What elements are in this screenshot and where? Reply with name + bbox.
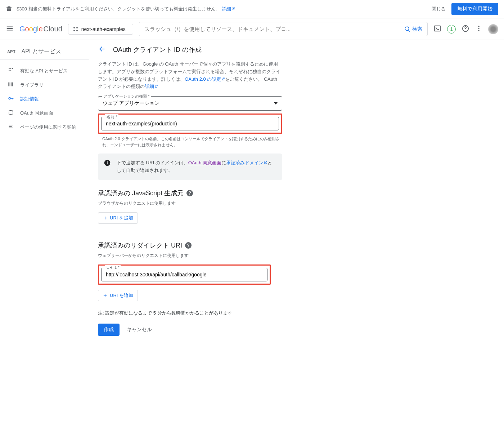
redirect-uris-title: 承認済みのリダイレクト URI ? <box>98 241 282 250</box>
svg-point-0 <box>73 27 75 28</box>
search-input[interactable] <box>139 22 399 36</box>
chevron-down-icon <box>274 102 278 104</box>
project-name: next-auth-examples <box>81 26 126 32</box>
svg-point-9 <box>9 68 10 69</box>
svg-point-1 <box>76 27 78 28</box>
trial-detail-link[interactable]: 詳細 <box>222 6 235 12</box>
search-box: 検索 <box>139 22 428 36</box>
svg-point-18 <box>9 97 10 99</box>
sidebar-item-enabled-apis[interactable]: 有効な API とサービス <box>0 64 89 78</box>
svg-point-8 <box>478 30 479 31</box>
svg-point-3 <box>76 30 78 31</box>
uri1-field: URI 1 * <box>101 268 267 281</box>
uri1-highlight: URI 1 * <box>98 264 271 285</box>
cloud-shell-icon[interactable] <box>433 25 441 34</box>
add-redirect-uri-button[interactable]: URI を追加 <box>98 290 138 301</box>
consent-screen-link[interactable]: OAuth 同意画面 <box>188 160 221 165</box>
js-origins-section: 承認済みの JavaScript 生成元 ? ブラウザからのリクエストに使用しま… <box>98 189 282 224</box>
sidebar: API API とサービス 有効な API とサービス ライブラリ 認証情報 O… <box>0 40 89 350</box>
more-icon[interactable] <box>475 25 482 33</box>
svg-rect-17 <box>12 83 13 86</box>
name-input[interactable] <box>106 121 274 126</box>
name-field: 名前 * <box>101 117 279 130</box>
dashboard-icon <box>7 67 14 74</box>
notifications-badge[interactable]: 1 <box>447 25 456 34</box>
svg-point-11 <box>12 68 13 69</box>
redirect-uris-desc: ウェブサーバーからのリクエストに使用します <box>98 253 282 259</box>
header-icons: 1 <box>433 24 498 34</box>
avatar[interactable] <box>488 24 498 34</box>
svg-point-7 <box>478 28 479 29</box>
svg-rect-16 <box>11 83 12 86</box>
form-actions: 作成 キャンセル <box>98 324 282 336</box>
info-banner: 下で追加する URI のドメインは、OAuth 同意画面に承認済みドメインとして… <box>98 154 282 180</box>
app-type-select[interactable]: アプリケーションの種類 * ウェブ アプリケーション <box>98 96 282 111</box>
trial-banner: $300 相当の無料トライアルをご利用ください。クレジットを使い切っても料金は発… <box>0 0 504 18</box>
svg-rect-19 <box>9 111 13 115</box>
svg-point-22 <box>107 161 108 162</box>
banner-close[interactable]: 閉じる <box>432 6 446 12</box>
help-circle-icon[interactable]: ? <box>185 242 192 249</box>
svg-rect-21 <box>107 163 108 165</box>
content: クライアント ID は、Google の OAuth サーバーで個々のアプリを識… <box>89 59 291 350</box>
help-circle-icon[interactable]: ? <box>186 190 193 196</box>
svg-point-12 <box>9 70 10 71</box>
client-types-link[interactable]: 詳細 <box>145 84 158 89</box>
js-origins-desc: ブラウザからのリクエストに使用します <box>98 200 282 206</box>
uri1-label: URI 1 * <box>105 265 121 270</box>
add-js-origin-button[interactable]: URI を追加 <box>98 212 138 224</box>
svg-point-6 <box>478 26 479 27</box>
app-type-value: ウェブ アプリケーション <box>103 100 274 107</box>
trial-text: $300 相当の無料トライアルをご利用ください。クレジットを使い切っても料金は発… <box>17 6 220 12</box>
uri1-input[interactable] <box>106 272 263 277</box>
name-help: OAuth 2.0 クライアントの名前。この名前はコンソールでクライアントを識別… <box>102 136 282 148</box>
menu-icon[interactable] <box>6 25 14 34</box>
create-button[interactable]: 作成 <box>98 324 120 336</box>
name-label: 名前 * <box>105 114 118 120</box>
authorized-domains-link[interactable]: 承認済みドメイン <box>226 160 267 165</box>
name-highlight: 名前 * <box>98 114 282 134</box>
header: Google Cloud next-auth-examples 検索 1 <box>0 18 504 40</box>
key-icon <box>7 95 14 102</box>
svg-point-2 <box>73 30 75 31</box>
google-cloud-logo[interactable]: Google Cloud <box>19 25 62 33</box>
consent-icon <box>7 110 14 116</box>
api-icon: API <box>7 49 15 54</box>
svg-rect-15 <box>10 83 10 86</box>
sidebar-item-terms[interactable]: ページの使用に関する契約 <box>0 120 89 134</box>
note-text: 注: 設定が有効になるまで 5 分から数時間かかることがあります <box>98 310 282 316</box>
js-origins-title: 承認済みの JavaScript 生成元 ? <box>98 189 282 197</box>
description: クライアント ID は、Google の OAuth サーバーで個々のアプリを識… <box>98 61 282 90</box>
sidebar-item-library[interactable]: ライブラリ <box>0 78 89 92</box>
cancel-button[interactable]: キャンセル <box>127 326 152 333</box>
help-icon[interactable] <box>462 25 469 34</box>
library-icon <box>7 81 14 88</box>
project-selector[interactable]: next-auth-examples <box>68 24 133 35</box>
redirect-uris-section: 承認済みのリダイレクト URI ? ウェブサーバーからのリクエストに使用します … <box>98 241 282 301</box>
search-button[interactable]: 検索 <box>399 23 427 35</box>
svg-point-13 <box>10 70 12 71</box>
page-header: OAuth クライアント ID の作成 <box>89 40 504 59</box>
sidebar-item-consent[interactable]: OAuth 同意画面 <box>0 106 89 120</box>
sidebar-item-credentials[interactable]: 認証情報 <box>0 92 89 106</box>
svg-rect-4 <box>435 26 441 31</box>
main: OAuth クライアント ID の作成 クライアント ID は、Google の… <box>89 40 504 350</box>
app-type-label: アプリケーションの種類 * <box>102 94 151 99</box>
page-title: OAuth クライアント ID の作成 <box>113 45 202 54</box>
start-trial-button[interactable]: 無料で利用開始 <box>451 3 498 15</box>
svg-rect-14 <box>8 83 9 86</box>
info-icon <box>104 159 111 174</box>
gift-icon <box>6 5 12 13</box>
back-arrow-icon[interactable] <box>98 45 106 54</box>
sidebar-header[interactable]: API API とサービス <box>0 44 89 59</box>
oauth-setup-link[interactable]: OAuth 2.0 の設定 <box>185 76 225 82</box>
svg-point-10 <box>10 68 12 69</box>
terms-icon <box>7 124 14 130</box>
